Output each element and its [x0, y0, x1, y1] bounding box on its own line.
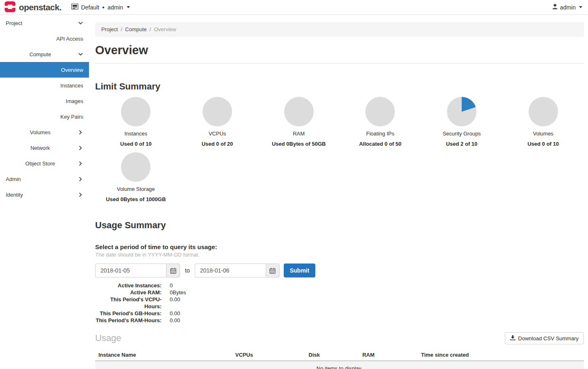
chevron-right-icon [78, 176, 83, 182]
breadcrumb-compute[interactable]: Compute [125, 26, 147, 32]
sidebar-item-label: Volumes [6, 129, 75, 135]
limit-chart-instances: Instances Used 0 of 10 [95, 97, 177, 147]
usage-summary-heading: Usage Summary [95, 220, 584, 231]
pie-chart-caption: Allocated 0 of 50 [359, 141, 401, 147]
end-date-input[interactable] [195, 264, 266, 277]
chevron-right-icon [78, 161, 83, 166]
stat-active-ram: Active RAM: 0Bytes [95, 289, 584, 296]
submit-button[interactable]: Submit [284, 264, 315, 277]
breadcrumb: Project/Compute/Overview [95, 22, 584, 37]
main-content: Project/Compute/Overview Overview Limit … [89, 15, 588, 369]
openstack-logo[interactable]: openstack. [4, 1, 62, 14]
column-instance-name: Instance Name [95, 349, 232, 361]
sidebar-item-label: Object Store [6, 160, 75, 167]
chevron-right-icon [78, 130, 83, 135]
limit-chart-volumes: Volumes Used 0 of 10 [502, 97, 584, 147]
pie-chart [121, 152, 150, 182]
pie-chart-caption: Used 0 of 20 [202, 141, 233, 147]
top-bar: openstack. Default ● admin admin [0, 0, 588, 15]
calendar-icon[interactable] [166, 264, 180, 277]
sidebar-item-volumes[interactable]: Volumes [0, 124, 89, 140]
stat-value: 0.00 [170, 310, 180, 317]
stat-gb-hours: This Period's GB-Hours: 0.00 [95, 310, 584, 317]
chevron-down-icon [78, 21, 83, 26]
download-csv-button[interactable]: Download CSV Summary [505, 332, 584, 344]
sidebar-item-instances[interactable]: Instances [0, 78, 89, 93]
usage-table-header-row: Instance Name VCPUs Disk RAM Time since … [95, 349, 584, 361]
context-domain: Default [81, 4, 99, 11]
date-period-prompt: Select a period of time to query its usa… [95, 243, 584, 251]
pie-chart [203, 97, 232, 126]
sidebar-item-label: Network [6, 145, 75, 151]
sidebar-item-label: Compute [6, 51, 75, 57]
sidebar-item-label: Images [66, 98, 83, 104]
sidebar-item-label: Instances [60, 83, 83, 89]
to-label: to [185, 267, 190, 274]
stat-value: 0.00 [170, 296, 180, 310]
usage-stats: Active Instances: 0 Active RAM: 0Bytes T… [95, 282, 584, 324]
column-vcpus: VCPUs [232, 349, 305, 361]
pie-chart-label: Security Groups [442, 131, 481, 137]
breadcrumb-project[interactable]: Project [101, 26, 118, 32]
stat-value: 0 [170, 282, 173, 289]
user-menu[interactable]: admin [552, 4, 582, 11]
sidebar-item-key-pairs[interactable]: Key Pairs [0, 109, 89, 124]
sidebar-item-label: Identity [6, 192, 75, 198]
limit-chart-security-groups: Security Groups Used 2 of 10 [421, 97, 503, 147]
limit-chart-vcpus: VCPUs Used 0 of 20 [177, 97, 258, 147]
limit-chart-ram: RAM Used 0Bytes of 50GB [258, 97, 340, 147]
sidebar-item-overview[interactable]: Overview [0, 62, 89, 78]
start-date-input[interactable] [95, 264, 166, 277]
sidebar-item-compute[interactable]: Compute [0, 46, 89, 62]
openstack-logo-icon [4, 1, 16, 14]
column-disk: Disk [305, 349, 359, 361]
sidebar-item-label: Project [6, 20, 75, 26]
column-ram: RAM [359, 349, 418, 361]
limit-summary-row-2: Volume Storage Used 0Bytes of 1000GB [95, 152, 584, 202]
pie-chart-label: Volume Storage [117, 186, 155, 192]
pie-chart [284, 97, 314, 126]
user-name: admin [560, 4, 576, 11]
breadcrumb-separator: / [150, 26, 151, 32]
sidebar-nav: Project API Access Compute Overview Inst… [0, 15, 89, 369]
sidebar-item-api-access[interactable]: API Access [0, 31, 89, 46]
pie-chart-caption: Used 0 of 10 [120, 141, 152, 147]
sidebar-item-network[interactable]: Network [0, 140, 89, 156]
calendar-icon[interactable] [266, 264, 280, 277]
project-context-switcher[interactable]: Default ● admin [71, 4, 130, 11]
chevron-down-icon [127, 6, 130, 8]
download-icon [510, 335, 515, 341]
pie-chart-caption: Used 0Bytes of 50GB [272, 141, 326, 147]
pie-chart-label: Floating IPs [366, 131, 394, 137]
user-icon [552, 4, 558, 11]
pie-chart [447, 97, 476, 126]
stat-label: This Period's RAM-Hours: [95, 317, 162, 324]
end-date-group [195, 264, 280, 277]
pie-chart-label: Instances [125, 131, 148, 137]
sidebar-item-label: Overview [61, 67, 83, 73]
page-title: Overview [95, 43, 584, 57]
limit-summary-heading: Limit Summary [95, 81, 584, 92]
context-separator-dot: ● [102, 5, 105, 9]
stat-value: 0.00 [170, 317, 180, 324]
sidebar-item-images[interactable]: Images [0, 93, 89, 109]
pie-chart-caption: Used 0 of 10 [527, 141, 559, 147]
context-project: admin [107, 4, 123, 11]
chevron-down-icon [78, 52, 83, 57]
sidebar-item-project[interactable]: Project [0, 15, 89, 31]
stat-label: This Period's GB-Hours: [95, 310, 162, 317]
domain-icon [71, 4, 78, 11]
stat-vcpu-hours: This Period's VCPU-Hours: 0.00 [95, 296, 584, 310]
pie-chart-label: Volumes [533, 131, 554, 137]
usage-heading: Usage [95, 333, 121, 344]
chevron-down-icon [579, 6, 582, 8]
breadcrumb-overview: Overview [154, 26, 176, 32]
sidebar-item-label: Key Pairs [60, 114, 83, 120]
brand-wordmark: openstack. [19, 2, 62, 12]
sidebar-item-identity[interactable]: Identity [0, 187, 89, 202]
title-divider [95, 63, 584, 64]
stat-label: Active RAM: [95, 289, 162, 296]
sidebar-item-object-store[interactable]: Object Store [0, 156, 89, 171]
date-range-form: to Submit [95, 264, 584, 277]
sidebar-item-admin[interactable]: Admin [0, 171, 89, 187]
